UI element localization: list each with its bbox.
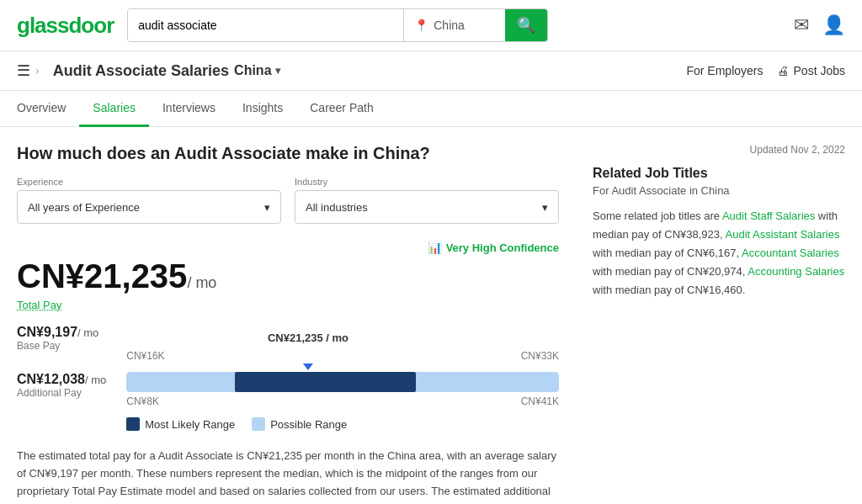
tab-interviews[interactable]: Interviews [149,91,229,127]
location-value: China [434,19,465,32]
industry-value: All industries [306,201,368,214]
legend-possible-box [252,417,265,431]
chart-median-label: CN¥21,235 / mo [268,332,349,344]
post-jobs-label: Post Jobs [794,64,845,77]
main-salary-unit: / mo [187,274,216,291]
additional-pay-row: CN¥12,038/ mo Additional Pay [17,372,106,399]
chart-bar-min: CN¥8K [126,395,159,407]
chart-range-labels: CN¥16K CN¥33K [126,350,559,362]
chart-bar [126,372,559,392]
tab-overview[interactable]: Overview [17,91,79,127]
post-jobs-icon: 🖨 [777,64,789,77]
link-audit-staff[interactable]: Audit Staff Salaries [722,210,815,222]
tab-insights[interactable]: Insights [229,91,296,127]
header-right: ✉ 👤 [794,14,845,36]
main-heading: How much does an Audit Associate make in… [17,144,559,163]
bar-likely [235,372,417,392]
chart-legend: Most Likely Range Possible Range [126,417,559,431]
right-column: Updated Nov 2, 2022 Related Job Titles F… [593,144,845,504]
legend-possible: Possible Range [252,417,347,431]
experience-select[interactable]: All years of Experience ▾ [17,190,281,224]
legend-likely: Most Likely Range [126,417,235,431]
main-salary-amount: CN¥21,235 [17,257,187,294]
breadcrumb-arrow: › [35,64,40,77]
additional-pay-label: Additional Pay [17,387,106,399]
base-pay-unit: / mo [77,326,98,339]
legend-possible-label: Possible Range [270,418,347,431]
pay-chart-section: CN¥9,197/ mo Base Pay CN¥12,038/ mo Addi… [17,325,559,431]
legend-likely-box [126,417,140,431]
search-button[interactable]: 🔍 [505,9,547,41]
post-jobs-button[interactable]: 🖨 Post Jobs [777,64,845,77]
hamburger-icon[interactable]: ☰ [17,61,30,80]
chart-bar-max: CN¥41K [521,395,559,407]
logo: glassdoor [17,13,114,39]
confidence-icon: 📊 [428,241,442,254]
location-input[interactable]: 📍 China [404,9,505,41]
link-audit-assistant[interactable]: Audit Assistant Salaries [726,228,840,241]
breadcrumb-menu: ☰ › [17,61,40,80]
tab-salaries[interactable]: Salaries [79,91,149,127]
additional-pay-unit: / mo [85,374,106,386]
tab-career-path[interactable]: Career Path [296,91,386,127]
confidence-badge: 📊 Very High Confidence [428,241,559,254]
search-bar: 📍 China 🔍 [127,8,548,42]
description: The estimated total pay for a Audit Asso… [17,448,559,504]
page-title-wrap: Audit Associate Salaries China ▾ [53,62,280,80]
link-accountant[interactable]: Accountant Salaries [742,247,839,259]
link-accounting[interactable]: Accounting Salaries [748,265,844,278]
header: glassdoor 📍 China 🔍 ✉ 👤 [0,0,862,51]
for-employers-link[interactable]: For Employers [686,64,763,77]
industry-select[interactable]: All industries ▾ [295,190,559,224]
confidence-label: Very High Confidence [446,241,559,254]
industry-filter: Industry All industries ▾ [295,177,559,224]
confidence-row: 📊 Very High Confidence [17,241,559,254]
page-title: Audit Associate Salaries [53,62,229,80]
search-input[interactable] [128,9,403,41]
pay-breakdown: CN¥9,197/ mo Base Pay CN¥12,038/ mo Addi… [17,325,106,399]
base-pay-label: Base Pay [17,340,106,352]
related-subtitle: For Audit Associate in China [593,184,845,197]
industry-label: Industry [295,177,559,187]
sub-header: ☰ › Audit Associate Salaries China ▾ For… [0,51,862,91]
legend-likely-label: Most Likely Range [145,418,235,431]
location-badge[interactable]: China ▾ [234,63,279,78]
chart-indicator-row [126,363,559,372]
industry-dropdown-icon: ▾ [542,201,548,214]
filters: Experience All years of Experience ▾ Ind… [17,177,559,224]
salary-chart: CN¥21,235 / mo CN¥16K CN¥33K [126,332,559,431]
salary-section: 📊 Very High Confidence CN¥21,235/ mo Tot… [17,241,559,311]
experience-label: Experience [17,177,281,187]
chart-median-row: CN¥21,235 / mo [126,332,559,348]
nav-tabs: Overview Salaries Interviews Insights Ca… [0,91,862,127]
user-icon[interactable]: 👤 [822,14,845,36]
chart-range-low: CN¥16K [126,350,164,362]
main-content: How much does an Audit Associate make in… [0,127,862,504]
experience-dropdown-icon: ▾ [264,201,270,214]
sub-header-right: For Employers 🖨 Post Jobs [686,64,845,77]
related-title: Related Job Titles [593,166,845,181]
total-pay-label[interactable]: Total Pay [17,299,559,311]
location-dropdown-icon: ▾ [275,65,280,77]
experience-filter: Experience All years of Experience ▾ [17,177,281,224]
base-pay-row: CN¥9,197/ mo Base Pay [17,325,106,352]
location-icon: 📍 [414,19,428,32]
left-column: How much does an Audit Associate make in… [17,144,559,504]
related-titles: Related Job Titles For Audit Associate i… [593,166,845,300]
related-text: Some related job titles are Audit Staff … [593,207,845,300]
updated-date: Updated Nov 2, 2022 [593,144,845,156]
chart-range-high: CN¥33K [521,350,559,362]
experience-value: All years of Experience [28,201,140,214]
breadcrumb-location: China [234,63,271,78]
messages-icon[interactable]: ✉ [794,14,809,36]
median-indicator [303,363,313,370]
chart-min-max-labels: CN¥8K CN¥41K [126,395,559,407]
base-pay-amount: CN¥9,197 [17,325,77,339]
main-salary-row: CN¥21,235/ mo [17,257,559,295]
additional-pay-amount: CN¥12,038 [17,372,85,386]
